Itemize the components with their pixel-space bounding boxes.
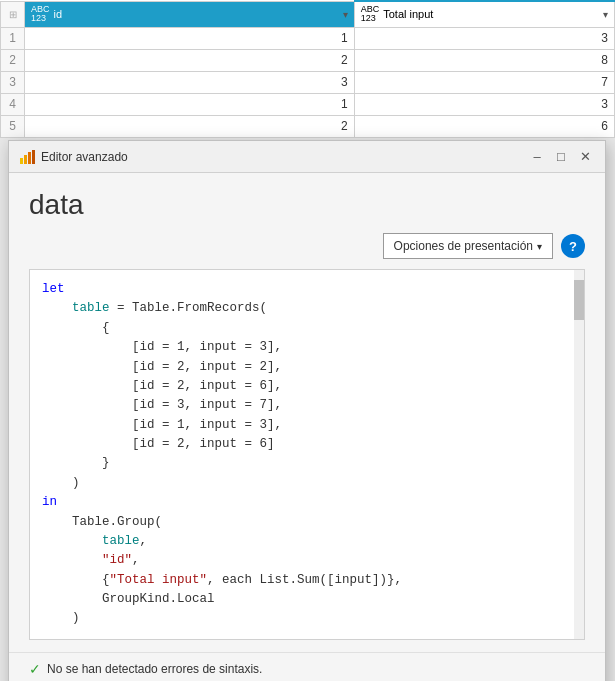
modal-title-area: Editor avanzado <box>19 149 128 165</box>
row-number: 5 <box>1 115 25 137</box>
col-id-header[interactable]: ABC123 id ▾ <box>25 1 355 27</box>
cell-id: 1 <box>25 93 355 115</box>
scrollbar-vertical[interactable] <box>574 270 584 639</box>
col-id-label: id <box>54 8 63 20</box>
cell-total: 6 <box>354 115 614 137</box>
advanced-editor-dialog: Editor avanzado – □ ✕ data Opciones de p… <box>8 140 606 681</box>
svg-rect-0 <box>20 158 23 164</box>
cell-id: 2 <box>25 115 355 137</box>
col-total-dropdown-icon[interactable]: ▾ <box>603 9 608 20</box>
svg-rect-2 <box>28 152 31 164</box>
col-total-header[interactable]: ABC123 Total input ▾ <box>354 1 614 27</box>
code-content: let table = Table.FromRecords( { [id = 1… <box>42 280 572 629</box>
cell-id: 2 <box>25 49 355 71</box>
cell-total: 7 <box>354 71 614 93</box>
powerbi-icon <box>19 149 35 165</box>
chevron-down-icon: ▾ <box>537 241 542 252</box>
modal-titlebar: Editor avanzado – □ ✕ <box>9 141 605 173</box>
help-button[interactable]: ? <box>561 234 585 258</box>
maximize-button[interactable]: □ <box>551 147 571 167</box>
scrollbar-thumb[interactable] <box>574 280 584 320</box>
cell-total: 3 <box>354 27 614 49</box>
cell-id: 1 <box>25 27 355 49</box>
status-bar: ✓ No se han detectado errores de sintaxi… <box>9 652 605 681</box>
table-row: 3 3 7 <box>1 71 615 93</box>
row-number: 3 <box>1 71 25 93</box>
row-num-header: ⊞ <box>1 1 25 27</box>
row-number: 1 <box>1 27 25 49</box>
table-row: 1 1 3 <box>1 27 615 49</box>
col-total-label: Total input <box>383 8 433 20</box>
row-number: 4 <box>1 93 25 115</box>
row-number: 2 <box>1 49 25 71</box>
check-icon: ✓ <box>29 661 41 677</box>
modal-toolbar: Opciones de presentación ▾ ? <box>29 233 585 259</box>
cell-total: 3 <box>354 93 614 115</box>
modal-body: data Opciones de presentación ▾ ? let ta… <box>9 173 605 652</box>
col-id-dropdown-icon[interactable]: ▾ <box>343 9 348 20</box>
window-controls: – □ ✕ <box>527 147 595 167</box>
minimize-button[interactable]: – <box>527 147 547 167</box>
status-text: No se han detectado errores de sintaxis. <box>47 662 262 676</box>
code-editor[interactable]: let table = Table.FromRecords( { [id = 1… <box>29 269 585 640</box>
close-button[interactable]: ✕ <box>575 147 595 167</box>
data-table: ⊞ ABC123 id ▾ ABC123 Tot <box>0 0 615 138</box>
table-row: 4 1 3 <box>1 93 615 115</box>
cell-id: 3 <box>25 71 355 93</box>
table-row: 5 2 6 <box>1 115 615 137</box>
svg-rect-3 <box>32 150 35 164</box>
modal-heading: data <box>29 189 585 221</box>
modal-title-text: Editor avanzado <box>41 150 128 164</box>
presentation-options-button[interactable]: Opciones de presentación ▾ <box>383 233 553 259</box>
svg-rect-1 <box>24 155 27 164</box>
cell-total: 8 <box>354 49 614 71</box>
spreadsheet-container: ⊞ ABC123 id ▾ ABC123 Tot <box>0 0 615 138</box>
table-row: 2 2 8 <box>1 49 615 71</box>
